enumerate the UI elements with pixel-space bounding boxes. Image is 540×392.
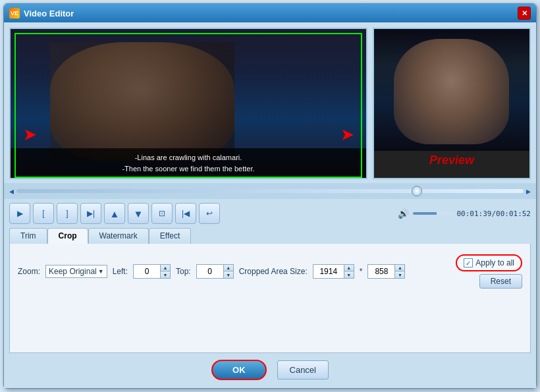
- total-time: 00:01:52: [496, 210, 531, 218]
- next-frame-button[interactable]: ▶|: [80, 203, 101, 224]
- apply-to-all-label: Apply to all: [475, 258, 514, 267]
- seekbar-track[interactable]: [16, 189, 524, 193]
- tab-watermark[interactable]: Watermark: [88, 228, 149, 244]
- reset-button[interactable]: Reset: [479, 274, 522, 289]
- zoom-select-arrow: ▼: [98, 268, 104, 275]
- vol-down-button[interactable]: ▼: [128, 203, 149, 224]
- zoom-label: Zoom:: [18, 267, 40, 276]
- width-spin-arrows: ▲ ▼: [344, 265, 354, 278]
- top-spin-up[interactable]: ▲: [224, 265, 233, 271]
- top-input[interactable]: [197, 266, 223, 277]
- left-spin-down[interactable]: ▼: [161, 271, 170, 278]
- width-input[interactable]: [313, 266, 344, 277]
- footer: OK Cancel: [9, 353, 531, 383]
- close-button[interactable]: ✕: [518, 7, 531, 20]
- video-panel-left: ➤ ➤ -Linas are crawling with calamari. -…: [9, 28, 367, 179]
- mark-out-button[interactable]: ]: [57, 203, 78, 224]
- seekbar-left-arrow[interactable]: ◂: [9, 186, 14, 196]
- preview-label: Preview: [429, 154, 474, 167]
- current-time: 00:01:39: [456, 210, 491, 218]
- arrow-right-icon: ➤: [341, 126, 353, 144]
- playback-controls: ▶ [ ] ▶| ▲ ▼ ⊡ |◀ ↩: [9, 203, 220, 224]
- settings-row: Zoom: Keep Original ▼ Left: ▲ ▼ Top:: [18, 254, 522, 289]
- width-spin-down[interactable]: ▼: [344, 271, 354, 278]
- crop-settings-panel: Zoom: Keep Original ▼ Left: ▲ ▼ Top:: [9, 244, 531, 353]
- app-icon: VE: [9, 8, 20, 18]
- crop-button[interactable]: ⊡: [151, 203, 173, 224]
- arrow-left-icon: ➤: [24, 126, 36, 144]
- titlebar-left: VE Video Editor: [9, 8, 74, 18]
- ok-button[interactable]: OK: [211, 360, 267, 380]
- left-spin-arrows: ▲ ▼: [160, 265, 170, 278]
- apply-to-all-checkbox[interactable]: ✓: [464, 258, 473, 267]
- mark-in-button[interactable]: [: [33, 203, 54, 224]
- controls-row: ▶ [ ] ▶| ▲ ▼ ⊡ |◀ ↩ 🔊 00:01:39/00:01:52: [9, 199, 531, 228]
- prev-frame-button[interactable]: |◀: [175, 203, 196, 224]
- volume-track[interactable]: [413, 212, 452, 215]
- seekbar-container: ◂ ▸: [4, 183, 536, 199]
- height-spinbox[interactable]: ▲ ▼: [367, 264, 405, 279]
- cancel-button[interactable]: Cancel: [277, 360, 329, 379]
- apply-check-row: ✓ Apply to all: [456, 254, 522, 271]
- video-editor-window: VE Video Editor ✕ ➤ ➤ -Linas are crawlin…: [3, 3, 537, 389]
- top-spin-down[interactable]: ▼: [224, 271, 233, 278]
- video-frame-left: ➤ ➤ -Linas are crawling with calamari. -…: [11, 29, 366, 178]
- top-spin-arrows: ▲ ▼: [223, 265, 233, 278]
- tabs-row: Trim Crop Watermark Effect: [9, 228, 531, 244]
- subtitle-line2: -Then the sooner we find them the better…: [30, 163, 346, 175]
- video-frame-right: [374, 29, 529, 151]
- seekbar-right-arrow[interactable]: ▸: [526, 186, 531, 196]
- rewind-button[interactable]: ↩: [199, 203, 220, 224]
- volume-icon: 🔊: [398, 208, 409, 219]
- left-spin-up[interactable]: ▲: [161, 265, 170, 271]
- volume-area: 🔊 00:01:39/00:01:52: [398, 208, 531, 219]
- video-panels: ➤ ➤ -Linas are crawling with calamari. -…: [9, 28, 531, 179]
- height-spin-up[interactable]: ▲: [395, 265, 404, 271]
- multiply-sign: *: [360, 267, 363, 276]
- window-title: Video Editor: [24, 9, 74, 18]
- face-overlay-left: [50, 42, 234, 161]
- face-detail: [50, 42, 234, 161]
- main-content: ➤ ➤ -Linas are crawling with calamari. -…: [4, 22, 536, 388]
- left-input[interactable]: [134, 266, 160, 277]
- zoom-value: Keep Original: [49, 267, 97, 276]
- time-display: 00:01:39/00:01:52: [456, 210, 531, 218]
- apply-area: ✓ Apply to all Reset: [456, 254, 522, 289]
- zoom-select[interactable]: Keep Original ▼: [45, 265, 107, 278]
- width-spinbox[interactable]: ▲ ▼: [313, 264, 354, 279]
- seekbar-thumb[interactable]: [412, 186, 422, 196]
- tab-trim[interactable]: Trim: [9, 228, 47, 244]
- subtitle-line1: -Linas are crawling with calamari.: [30, 152, 346, 163]
- top-spinbox[interactable]: ▲ ▼: [196, 264, 234, 279]
- titlebar: VE Video Editor ✕: [4, 4, 536, 22]
- height-spin-down[interactable]: ▼: [395, 271, 404, 278]
- left-spinbox[interactable]: ▲ ▼: [133, 264, 171, 279]
- icon-text: VE: [11, 10, 18, 16]
- face-overlay-right: [394, 39, 509, 144]
- top-label: Top:: [176, 267, 191, 276]
- cropped-area-label: Cropped Area Size:: [239, 267, 308, 276]
- play-button[interactable]: ▶: [9, 203, 30, 224]
- width-spin-up[interactable]: ▲: [344, 265, 354, 271]
- tab-effect[interactable]: Effect: [149, 228, 191, 244]
- tab-crop[interactable]: Crop: [47, 228, 88, 244]
- subtitle-bar: -Linas are crawling with calamari. -Then…: [11, 148, 366, 178]
- height-spin-arrows: ▲ ▼: [394, 265, 404, 278]
- video-panel-right: Preview: [373, 28, 531, 179]
- height-input[interactable]: [368, 266, 394, 277]
- left-label: Left:: [113, 267, 128, 276]
- vol-up-button[interactable]: ▲: [104, 203, 125, 224]
